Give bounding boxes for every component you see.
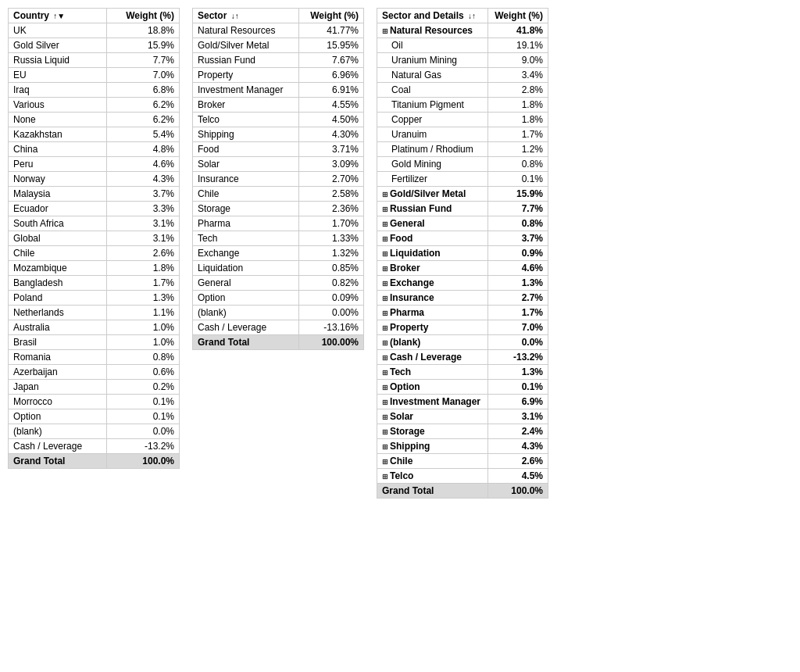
- expand-icon[interactable]: ⊞: [382, 339, 388, 347]
- expand-icon[interactable]: ⊞: [382, 399, 388, 406]
- expand-icon[interactable]: ⊞: [382, 295, 388, 302]
- country-weight: 15.9%: [106, 38, 179, 53]
- sector-detail-weight: 2.7%: [488, 291, 548, 306]
- sector-detail-name: Uranuim: [377, 127, 488, 142]
- sector-name: Shipping: [193, 127, 299, 142]
- table-row: ⊞Pharma1.7%: [377, 306, 548, 320]
- table-row: Iraq6.8%: [9, 83, 180, 98]
- sector-detail-name: ⊞Russian Fund: [377, 202, 488, 216]
- expand-icon[interactable]: ⊞: [382, 309, 388, 317]
- sector-detail-name: Natural Gas: [377, 68, 488, 83]
- country-weight: 7.7%: [106, 53, 179, 68]
- expand-icon[interactable]: ⊞: [382, 413, 388, 421]
- table-row: Gold Mining0.8%: [377, 157, 548, 172]
- expand-icon[interactable]: ⊞: [382, 27, 388, 35]
- sector-name: Telco: [193, 113, 299, 127]
- sector-name: Chile: [193, 187, 299, 202]
- sector-weight: -13.16%: [298, 320, 363, 335]
- table-row: Titanium Pigment1.8%: [377, 98, 548, 113]
- country-name: Option: [9, 409, 107, 424]
- country-name: Peru: [9, 157, 107, 172]
- table-row: Natural Gas3.4%: [377, 68, 548, 83]
- tables-container: Country ↑▼ Weight (%) UK18.8%Gold Silver…: [8, 8, 792, 499]
- table-row: Coal2.8%: [377, 83, 548, 98]
- expand-icon[interactable]: ⊞: [382, 191, 388, 198]
- table-row: ⊞Russian Fund7.7%: [377, 202, 548, 216]
- sector-weight: 1.70%: [298, 216, 363, 231]
- table-row: ⊞Telco4.5%: [377, 469, 548, 484]
- grand-total-row: Grand Total100.00%: [193, 335, 364, 350]
- sector-weight: 4.30%: [298, 127, 363, 142]
- sector-name: Pharma: [193, 216, 299, 231]
- sector-detail-weight: 4.6%: [488, 261, 548, 276]
- sector-detail-name: ⊞Gold/Silver Metal: [377, 187, 488, 202]
- expand-icon[interactable]: ⊞: [382, 443, 388, 451]
- table-row: Chile2.58%: [193, 187, 364, 202]
- country-name: None: [9, 113, 107, 127]
- country-header[interactable]: Country ↑▼: [9, 9, 107, 23]
- sector-detail-weight: 19.1%: [488, 38, 548, 53]
- sort-icon-sector-details[interactable]: ↓↑: [468, 12, 476, 20]
- table-row: UK18.8%: [9, 23, 180, 38]
- sort-icon-country[interactable]: ↑▼: [53, 12, 65, 20]
- grand-total-row: Grand Total100.0%: [9, 454, 180, 469]
- table-row: Romania0.8%: [9, 350, 180, 365]
- expand-icon[interactable]: ⊞: [382, 280, 388, 288]
- table-row: ⊞Investment Manager6.9%: [377, 395, 548, 409]
- expand-icon[interactable]: ⊞: [382, 250, 388, 258]
- sector-weight: 2.70%: [298, 172, 363, 187]
- grand-total-label: Grand Total: [9, 454, 107, 469]
- sector-name: Russian Fund: [193, 53, 299, 68]
- sector-name: Option: [193, 291, 299, 306]
- sector-detail-name: ⊞Option: [377, 380, 488, 395]
- sector-weight: 7.67%: [298, 53, 363, 68]
- table-row: Japan0.2%: [9, 380, 180, 395]
- expand-icon[interactable]: ⊞: [382, 428, 388, 436]
- expand-icon[interactable]: ⊞: [382, 354, 388, 362]
- sector-detail-name: Gold Mining: [377, 157, 488, 172]
- country-name: Iraq: [9, 83, 107, 98]
- expand-icon[interactable]: ⊞: [382, 324, 388, 332]
- sector-weight: 4.50%: [298, 113, 363, 127]
- sector-detail-weight: 1.7%: [488, 306, 548, 320]
- sector-detail-weight: 0.0%: [488, 335, 548, 350]
- sector-detail-weight: 4.3%: [488, 439, 548, 454]
- sector-detail-weight: 2.4%: [488, 424, 548, 439]
- sector-detail-name: ⊞Solar: [377, 409, 488, 424]
- sector-detail-name: Uranium Mining: [377, 53, 488, 68]
- country-weight: 0.8%: [106, 350, 179, 365]
- expand-icon[interactable]: ⊞: [382, 369, 388, 377]
- expand-icon[interactable]: ⊞: [382, 458, 388, 466]
- sector-detail-weight: 0.8%: [488, 157, 548, 172]
- expand-icon[interactable]: ⊞: [382, 265, 388, 273]
- table-row: ⊞Liquidation0.9%: [377, 246, 548, 261]
- expand-icon[interactable]: ⊞: [382, 235, 388, 243]
- sector-detail-name: Copper: [377, 113, 488, 127]
- sector-detail-weight: 1.7%: [488, 127, 548, 142]
- table-row: Kazakhstan5.4%: [9, 127, 180, 142]
- table-row: Bangladesh1.7%: [9, 276, 180, 291]
- sector-weight: 6.91%: [298, 83, 363, 98]
- sector-name: Liquidation: [193, 261, 299, 276]
- sector-detail-weight: 3.1%: [488, 409, 548, 424]
- table-row: Cash / Leverage-13.2%: [9, 439, 180, 454]
- table-row: Tech1.33%: [193, 231, 364, 246]
- table-row: Liquidation0.85%: [193, 261, 364, 276]
- table-row: Mozambique1.8%: [9, 261, 180, 276]
- country-weight: -13.2%: [106, 439, 179, 454]
- sector-detail-weight: 0.1%: [488, 380, 548, 395]
- sector-table: Sector ↓↑ Weight (%) Natural Resources41…: [192, 8, 364, 350]
- expand-icon[interactable]: ⊞: [382, 220, 388, 228]
- country-name: Poland: [9, 291, 107, 306]
- sort-icon-sector[interactable]: ↓↑: [231, 12, 239, 20]
- sector-detail-weight: 1.3%: [488, 365, 548, 380]
- table-row: Broker4.55%: [193, 98, 364, 113]
- expand-icon[interactable]: ⊞: [382, 473, 388, 481]
- table-row: Telco4.50%: [193, 113, 364, 127]
- expand-icon[interactable]: ⊞: [382, 206, 388, 213]
- sector-detail-weight: 15.9%: [488, 187, 548, 202]
- sector-header[interactable]: Sector ↓↑: [193, 9, 299, 23]
- table-row: EU7.0%: [9, 68, 180, 83]
- sector-details-header[interactable]: Sector and Details ↓↑: [377, 9, 488, 23]
- expand-icon[interactable]: ⊞: [382, 384, 388, 391]
